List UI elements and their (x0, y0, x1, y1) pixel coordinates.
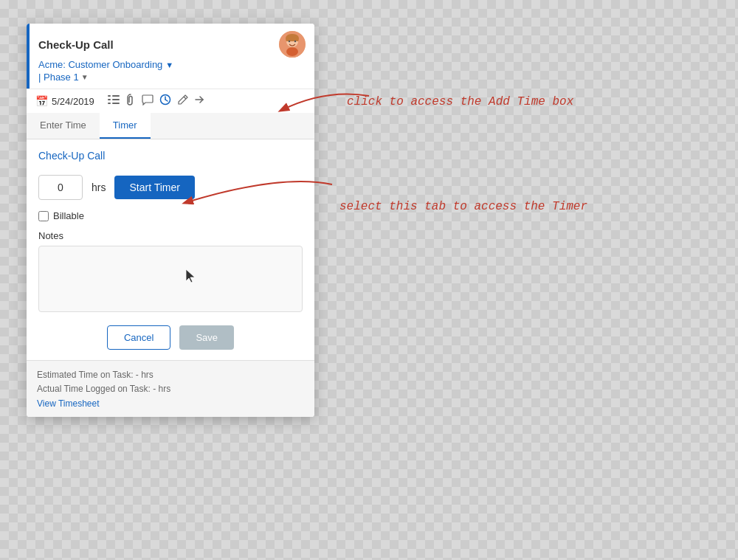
svg-rect-10 (112, 99, 120, 100)
svg-point-6 (286, 47, 298, 56)
billable-label: Billable (53, 210, 84, 221)
svg-rect-12 (112, 103, 120, 104)
annotation-1: click to access the Add Time box (347, 94, 573, 108)
svg-point-4 (294, 41, 296, 42)
svg-rect-9 (108, 99, 111, 100)
cursor-icon (183, 268, 198, 289)
start-timer-button[interactable]: Start Timer (114, 176, 194, 199)
svg-line-16 (184, 97, 186, 99)
button-row: Cancel Save (38, 325, 303, 350)
avatar (279, 31, 306, 58)
clock-icon[interactable] (159, 94, 171, 108)
edit-icon[interactable] (177, 94, 189, 108)
header-row1: Check-Up Call (38, 31, 306, 58)
tab-enter-time[interactable]: Enter Time (27, 113, 100, 139)
view-timesheet-link[interactable]: View Timesheet (37, 398, 100, 409)
modal-header: Check-Up Call (27, 24, 314, 89)
header-row3: | Phase 1 ▼ (38, 72, 306, 83)
task-title: Check-Up Call (38, 38, 114, 51)
annotation-2-text: select this tab to access the Timer (339, 200, 587, 213)
calendar-icon: 📅 (35, 95, 48, 107)
time-input[interactable] (38, 175, 83, 200)
phase-link[interactable]: | Phase 1 (38, 72, 79, 83)
notes-textarea[interactable] (38, 246, 303, 312)
comment-icon[interactable] (142, 94, 154, 108)
actual-time-text: Actual Time Logged on Task: - hrs (37, 382, 304, 396)
cancel-button[interactable]: Cancel (107, 325, 170, 350)
toolbar-icons (108, 94, 205, 108)
paperclip-icon[interactable] (125, 94, 136, 108)
save-button: Save (179, 325, 234, 350)
time-row: hrs Start Timer (38, 175, 303, 200)
notes-section: Notes (38, 230, 303, 315)
svg-rect-8 (112, 95, 120, 97)
modal-footer: Estimated Time on Task: - hrs Actual Tim… (27, 360, 314, 417)
annotation-2: select this tab to access the Timer (339, 199, 587, 213)
list-icon[interactable] (108, 94, 120, 108)
toolbar-row: 📅 5/24/2019 (27, 89, 314, 113)
header-row2: Acme: Customer Onboarding ▼ (38, 59, 306, 70)
svg-point-3 (289, 41, 290, 42)
project-dropdown-icon[interactable]: ▼ (165, 61, 173, 69)
notes-label: Notes (38, 230, 303, 241)
estimated-time-text: Estimated Time on Task: - hrs (37, 368, 304, 382)
billable-row: Billable (38, 210, 303, 221)
date-value: 5/24/2019 (52, 96, 94, 107)
billable-checkbox[interactable] (38, 211, 49, 221)
annotation-1-text: click to access the Add Time box (347, 95, 573, 108)
tab-timer[interactable]: Timer (100, 113, 151, 139)
modal-body: Check-Up Call hrs Start Timer Billable N… (27, 139, 314, 360)
project-link[interactable]: Acme: Customer Onboarding (38, 59, 162, 70)
task-link[interactable]: Check-Up Call (38, 150, 303, 162)
svg-line-15 (165, 100, 168, 101)
modal-card: Check-Up Call (27, 24, 314, 417)
tabs-row: Enter Time Timer (27, 113, 314, 139)
svg-rect-11 (108, 103, 111, 104)
tab-blank-area (151, 113, 314, 139)
hours-label: hrs (92, 182, 106, 193)
forward-icon[interactable] (195, 94, 205, 108)
date-field: 📅 5/24/2019 (35, 95, 94, 107)
phase-dropdown-icon[interactable]: ▼ (81, 73, 89, 81)
svg-rect-7 (108, 95, 111, 97)
